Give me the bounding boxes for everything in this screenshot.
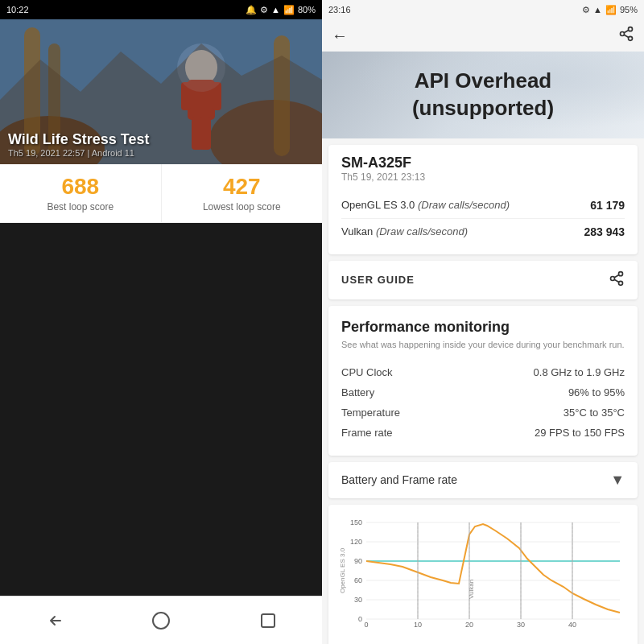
back-button[interactable]: ← xyxy=(332,27,348,45)
vulkan-label: Vulkan (Draw calls/second) xyxy=(341,225,468,237)
svg-text:Vulkan: Vulkan xyxy=(468,580,475,599)
svg-line-20 xyxy=(624,30,629,32)
best-score-value: 688 xyxy=(10,174,151,200)
api-title: API Overhead(unsupported) xyxy=(412,68,554,122)
svg-point-16 xyxy=(629,27,633,31)
svg-text:40: 40 xyxy=(568,621,576,629)
right-toolbar: ← xyxy=(322,19,644,52)
bottom-nav xyxy=(0,596,322,644)
svg-point-14 xyxy=(153,613,169,629)
nav-home[interactable] xyxy=(149,609,173,633)
signal-icon: 📶 xyxy=(283,5,295,15)
temp-value: 35°C to 35°C xyxy=(564,407,625,419)
svg-point-23 xyxy=(619,281,623,285)
opengl-row: OpenGL ES 3.0 (Draw calls/second) 61 179 xyxy=(341,192,625,219)
svg-line-25 xyxy=(614,275,619,277)
lowest-score-value: 427 xyxy=(171,174,313,200)
perf-subtitle: See what was happening inside your devic… xyxy=(341,339,625,351)
perf-metric-3: Frame rate 29 FPS to 150 FPS xyxy=(341,423,625,443)
svg-text:OpenGL ES 3.0: OpenGL ES 3.0 xyxy=(339,547,346,593)
opengl-label: OpenGL ES 3.0 (Draw calls/second) xyxy=(341,199,510,211)
notification-icon: 🔔 xyxy=(246,5,257,15)
svg-text:30: 30 xyxy=(517,621,525,629)
status-icons-left: 🔔 ⚙ ▲ 📶 80% xyxy=(246,5,316,15)
svg-point-18 xyxy=(629,36,633,40)
perf-card: Performance monitoring See what was happ… xyxy=(328,306,638,456)
svg-text:150: 150 xyxy=(350,518,362,526)
svg-line-24 xyxy=(614,279,619,282)
svg-point-21 xyxy=(619,271,623,275)
framerate-value: 29 FPS to 150 FPS xyxy=(535,427,625,439)
game-title-area: Wild Life Stress Test Th5 19, 2021 22:57… xyxy=(8,131,150,158)
device-card: SM-A325F Th5 19, 2021 23:13 OpenGL ES 3.… xyxy=(328,145,638,254)
dropdown-row[interactable]: Battery and Frame rate ▼ xyxy=(328,462,638,498)
battery-left: 80% xyxy=(298,5,316,14)
game-subtitle: Th5 19, 2021 22:57 | Android 11 xyxy=(8,148,150,158)
svg-text:90: 90 xyxy=(354,557,362,565)
perf-metric-1: Battery 96% to 95% xyxy=(341,382,625,402)
user-guide-row[interactable]: USER GUIDE xyxy=(328,261,638,299)
signal-icon-right: 📶 xyxy=(605,5,617,15)
temp-label: Temperature xyxy=(341,407,400,419)
status-bar-right: 23:16 ⚙ ▲ 📶 95% xyxy=(322,0,644,19)
perf-title: Performance monitoring xyxy=(341,319,625,336)
svg-text:10: 10 xyxy=(414,621,422,629)
dropdown-label: Battery and Frame rate xyxy=(341,473,457,486)
time-left: 10:22 xyxy=(6,5,29,14)
user-guide-text: USER GUIDE xyxy=(341,274,415,286)
battery-right: 95% xyxy=(620,5,638,14)
svg-text:30: 30 xyxy=(354,596,362,604)
svg-text:20: 20 xyxy=(465,621,473,629)
svg-line-19 xyxy=(624,35,629,37)
svg-point-22 xyxy=(611,276,615,280)
settings-icon-right: ⚙ xyxy=(582,5,590,15)
svg-point-17 xyxy=(621,32,625,36)
left-panel: 10:22 🔔 ⚙ ▲ 📶 80% xyxy=(0,0,322,644)
svg-text:120: 120 xyxy=(350,538,362,546)
nav-recent[interactable] xyxy=(256,609,280,633)
game-image: Wild Life Stress Test Th5 19, 2021 22:57… xyxy=(0,19,322,164)
wifi-icon: ▲ xyxy=(271,5,280,14)
right-panel: 23:16 ⚙ ▲ 📶 95% ← API Overhead(unsupport… xyxy=(322,0,644,644)
best-score-cell: 688 Best loop score xyxy=(0,164,162,222)
nav-back[interactable] xyxy=(42,609,66,633)
svg-text:0: 0 xyxy=(358,615,362,623)
svg-text:0: 0 xyxy=(364,621,368,629)
status-bar-left: 10:22 🔔 ⚙ ▲ 📶 80% xyxy=(0,0,322,19)
perf-metric-0: CPU Clock 0.8 GHz to 1.9 GHz xyxy=(341,362,625,382)
chart-svg: 150 120 90 60 30 0 0 10 20 30 40 xyxy=(338,514,628,627)
settings-icon: ⚙ xyxy=(260,5,268,15)
svg-text:60: 60 xyxy=(354,576,362,584)
status-icons-right: ⚙ ▲ 📶 95% xyxy=(582,5,638,15)
chart-card: 150 120 90 60 30 0 0 10 20 30 40 xyxy=(328,505,638,644)
share-button[interactable] xyxy=(618,26,634,45)
battery-value: 96% to 95% xyxy=(568,386,625,398)
share-icon-guide[interactable] xyxy=(609,270,625,290)
battery-label: Battery xyxy=(341,386,374,398)
api-header: API Overhead(unsupported) xyxy=(322,52,644,138)
cpu-value: 0.8 GHz to 1.9 GHz xyxy=(534,366,625,378)
cpu-label: CPU Clock xyxy=(341,366,393,378)
framerate-label: Frame rate xyxy=(341,427,393,439)
time-right: 23:16 xyxy=(328,5,351,14)
chevron-down-icon[interactable]: ▼ xyxy=(610,472,625,489)
wifi-icon-right: ▲ xyxy=(593,5,602,14)
perf-metric-2: Temperature 35°C to 35°C xyxy=(341,402,625,423)
lowest-score-label: Lowest loop score xyxy=(171,201,313,213)
chart-container: 150 120 90 60 30 0 0 10 20 30 40 xyxy=(338,514,628,643)
device-name: SM-A325F xyxy=(341,155,625,171)
device-date: Th5 19, 2021 23:13 xyxy=(341,171,625,183)
vulkan-row: Vulkan (Draw calls/second) 283 943 xyxy=(341,219,625,245)
best-score-label: Best loop score xyxy=(10,201,151,213)
opengl-value: 61 179 xyxy=(590,199,625,212)
scores-row: 688 Best loop score 427 Lowest loop scor… xyxy=(0,164,322,223)
svg-rect-15 xyxy=(262,614,275,627)
lowest-score-cell: 427 Lowest loop score xyxy=(162,164,323,222)
game-title: Wild Life Stress Test xyxy=(8,131,150,148)
vulkan-value: 283 943 xyxy=(584,225,625,238)
